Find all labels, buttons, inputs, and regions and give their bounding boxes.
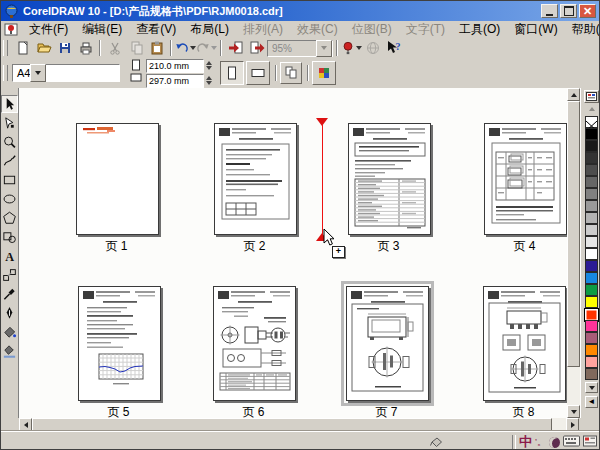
menu-item-effects: 效果(C) xyxy=(290,20,345,39)
menu-item-file[interactable]: 文件(F) xyxy=(22,20,75,39)
page-thumbnail-4[interactable] xyxy=(484,123,567,235)
tool-polygon[interactable] xyxy=(1,209,18,227)
tool-fill[interactable] xyxy=(1,323,18,341)
swatch-b3b3b3[interactable] xyxy=(585,212,598,224)
document-icon xyxy=(4,23,18,36)
page-thumbnail-3[interactable] xyxy=(348,123,431,235)
toolbar-separator xyxy=(99,40,101,56)
guideline[interactable] xyxy=(322,125,323,235)
ime-keyboard-icon[interactable] xyxy=(563,433,580,450)
ime-language-bar: 中 ’。 xyxy=(512,434,597,450)
paper-size-dropdown-icon[interactable] xyxy=(30,64,46,82)
menu-item-layout[interactable]: 布局(L) xyxy=(183,20,236,39)
swatch-ff3399[interactable] xyxy=(585,320,598,332)
launcher-button[interactable] xyxy=(341,39,362,57)
export-button[interactable] xyxy=(246,39,267,57)
swatch-1787e0[interactable] xyxy=(585,272,598,284)
palette-scroll-up-button[interactable] xyxy=(585,104,598,114)
swatch-333333[interactable] xyxy=(585,152,598,164)
all-pages-button[interactable] xyxy=(280,62,302,84)
ime-fullwidth-icon[interactable] xyxy=(549,437,560,448)
ime-punctuation-button[interactable]: ’。 xyxy=(535,436,546,449)
width-spinner[interactable] xyxy=(206,61,212,70)
page-thumbnail-2[interactable] xyxy=(214,123,297,235)
ime-language-button[interactable]: 中 xyxy=(519,435,532,449)
paper-size-combo[interactable]: A4 xyxy=(12,64,120,82)
toolbar-grip[interactable] xyxy=(3,40,8,56)
portrait-button[interactable] xyxy=(220,61,244,85)
page-thumbnail-6[interactable] xyxy=(213,286,296,401)
swatch-808080[interactable] xyxy=(585,188,598,200)
menu-item-view[interactable]: 查看(V) xyxy=(129,20,183,39)
swatch-cccccc[interactable] xyxy=(585,224,598,236)
tool-shape[interactable] xyxy=(1,114,18,132)
swatch-ffff00[interactable] xyxy=(585,296,598,308)
vertical-scroll-thumb[interactable] xyxy=(567,101,580,367)
swatch-80695c[interactable] xyxy=(585,368,598,380)
maximize-button[interactable] xyxy=(560,4,577,18)
save-button[interactable] xyxy=(54,39,75,57)
scroll-up-button[interactable] xyxy=(567,88,580,101)
ime-toolbar-icon[interactable] xyxy=(583,433,597,450)
import-button[interactable] xyxy=(225,39,246,57)
palette-expand-button[interactable]: ◄ xyxy=(585,396,598,408)
swatch-1a1a1a[interactable] xyxy=(585,140,598,152)
swatch-ff8800[interactable] xyxy=(585,344,598,356)
property-bar: A4 210.0 mm 297.0 mm xyxy=(1,58,599,89)
tool-interactive-fill[interactable] xyxy=(1,342,18,360)
swatch-0d9b43[interactable] xyxy=(585,284,598,296)
tool-outline[interactable] xyxy=(1,304,18,322)
vertical-scrollbar[interactable] xyxy=(567,88,580,418)
page-width-field[interactable]: 210.0 mm xyxy=(146,59,204,73)
open-button[interactable] xyxy=(33,39,54,57)
drawing-canvas[interactable]: + 页 1页 2页 3页 4页 5页 6页 7页 8 xyxy=(19,88,567,418)
menu-item-edit[interactable]: 编辑(E) xyxy=(75,20,129,39)
tool-basic-shapes[interactable] xyxy=(1,228,18,246)
swatch-a85c78[interactable] xyxy=(585,332,598,344)
whats-this-button[interactable]: ? xyxy=(383,39,404,57)
undo-button[interactable] xyxy=(175,39,196,57)
tool-interactive-blend[interactable] xyxy=(1,266,18,284)
page-thumbnail-8[interactable] xyxy=(483,286,566,401)
menu-item-tools[interactable]: 工具(O) xyxy=(452,20,507,39)
swatch-no-color[interactable] xyxy=(585,116,598,128)
height-spinner[interactable] xyxy=(206,76,212,85)
tool-pick[interactable] xyxy=(1,95,18,113)
paste-button[interactable] xyxy=(146,39,167,57)
new-button[interactable] xyxy=(12,39,33,57)
close-button[interactable]: ✕ xyxy=(579,4,596,18)
tool-rectangle[interactable] xyxy=(1,171,18,189)
duplicate-cursor-badge: + xyxy=(332,246,345,258)
page-thumbnail-5[interactable] xyxy=(78,286,161,401)
palette-options-button[interactable] xyxy=(584,90,599,103)
menu-item-help[interactable]: 帮助(H) xyxy=(565,20,600,39)
print-button[interactable] xyxy=(75,39,96,57)
tool-zoom[interactable] xyxy=(1,133,18,151)
options-button[interactable] xyxy=(312,61,336,85)
palette-scroll-down-button[interactable] xyxy=(585,382,598,393)
swatch-ffa39e[interactable] xyxy=(585,356,598,368)
swatch-2b1b94[interactable] xyxy=(585,260,598,272)
freehand-icon xyxy=(2,153,17,169)
swatch-4d4d4d[interactable] xyxy=(585,164,598,176)
tool-eyedropper[interactable] xyxy=(1,285,18,303)
tool-freehand[interactable] xyxy=(1,152,18,170)
scroll-down-button[interactable] xyxy=(567,405,580,418)
property-bar-grip[interactable] xyxy=(3,65,8,81)
swatch-666666[interactable] xyxy=(585,176,598,188)
tool-text[interactable]: A xyxy=(1,247,18,265)
page-thumbnail-1[interactable] xyxy=(76,123,159,235)
page-thumbnail-7[interactable] xyxy=(346,286,429,401)
swatch-999999[interactable] xyxy=(585,200,598,212)
swatch-e6e6e6[interactable] xyxy=(585,236,598,248)
landscape-button[interactable] xyxy=(246,61,270,85)
swatch-000000[interactable] xyxy=(585,128,598,140)
undo-icon xyxy=(175,40,189,56)
interactive-fill-icon xyxy=(2,343,17,359)
minimize-button[interactable] xyxy=(541,4,558,18)
tool-ellipse[interactable] xyxy=(1,190,18,208)
palette-up-icon xyxy=(589,107,595,111)
menu-item-window[interactable]: 窗口(W) xyxy=(507,20,564,39)
page-height-field[interactable]: 297.0 mm xyxy=(146,74,204,88)
swatch-ffffff[interactable] xyxy=(585,248,598,260)
